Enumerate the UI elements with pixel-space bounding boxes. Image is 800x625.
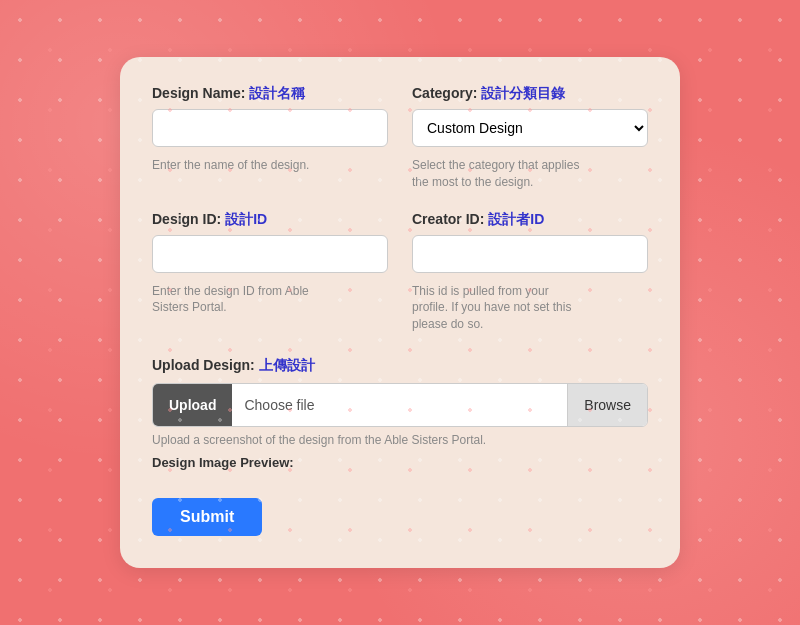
upload-description: Upload a screenshot of the design from t… bbox=[152, 433, 648, 447]
category-label-zh: 設計分類目錄 bbox=[481, 85, 565, 101]
category-label-en: Category: bbox=[412, 85, 477, 101]
file-name-display: Choose file bbox=[232, 384, 567, 426]
design-name-label-en: Design Name: bbox=[152, 85, 245, 101]
design-id-desc-2: Sisters Portal. bbox=[152, 300, 227, 314]
upload-button[interactable]: Upload bbox=[153, 384, 232, 426]
design-id-group: Design ID: 設計ID Enter the design ID from… bbox=[152, 211, 388, 333]
browse-button[interactable]: Browse bbox=[567, 384, 647, 426]
file-input-row: Upload Choose file Browse bbox=[152, 383, 648, 427]
creator-id-desc-1: This id is pulled from your bbox=[412, 284, 549, 298]
category-desc-line2: the most to the design. bbox=[412, 175, 533, 189]
design-name-label: Design Name: 設計名稱 bbox=[152, 85, 388, 103]
design-id-label-zh: 設計ID bbox=[225, 211, 267, 227]
form-grid: Design Name: 設計名稱 Enter the name of the … bbox=[152, 85, 648, 536]
creator-id-input[interactable] bbox=[412, 235, 648, 273]
creator-id-description: This id is pulled from your profile. If … bbox=[412, 283, 648, 333]
submit-button[interactable]: Submit bbox=[152, 498, 262, 536]
upload-section: Upload Design: 上傳設計 Upload Choose file B… bbox=[152, 357, 648, 470]
design-name-label-zh: 設計名稱 bbox=[249, 85, 305, 101]
category-label: Category: 設計分類目錄 bbox=[412, 85, 648, 103]
category-description: Select the category that applies the mos… bbox=[412, 157, 648, 191]
design-id-desc-1: Enter the design ID from Able bbox=[152, 284, 309, 298]
design-id-label-en: Design ID: bbox=[152, 211, 221, 227]
submit-row: Submit bbox=[152, 498, 648, 536]
design-id-input[interactable] bbox=[152, 235, 388, 273]
category-desc-line1: Select the category that applies bbox=[412, 158, 579, 172]
category-group: Category: 設計分類目錄 Custom Design Pro Desig… bbox=[412, 85, 648, 191]
creator-id-desc-2: profile. If you have not set this bbox=[412, 300, 571, 314]
design-name-group: Design Name: 設計名稱 Enter the name of the … bbox=[152, 85, 388, 191]
creator-id-group: Creator ID: 設計者ID This id is pulled from… bbox=[412, 211, 648, 333]
design-id-label: Design ID: 設計ID bbox=[152, 211, 388, 229]
design-id-description: Enter the design ID from Able Sisters Po… bbox=[152, 283, 388, 317]
preview-label: Design Image Preview: bbox=[152, 455, 648, 470]
upload-label-en: Upload Design: bbox=[152, 357, 255, 373]
creator-id-desc-3: please do so. bbox=[412, 317, 483, 331]
form-card: Design Name: 設計名稱 Enter the name of the … bbox=[120, 57, 680, 568]
category-select[interactable]: Custom Design Pro Design Simple Design bbox=[412, 109, 648, 147]
creator-id-label: Creator ID: 設計者ID bbox=[412, 211, 648, 229]
upload-label-zh: 上傳設計 bbox=[259, 357, 315, 373]
upload-label-row: Upload Design: 上傳設計 bbox=[152, 357, 648, 375]
creator-id-label-zh: 設計者ID bbox=[488, 211, 544, 227]
design-name-description: Enter the name of the design. bbox=[152, 157, 388, 174]
design-name-input[interactable] bbox=[152, 109, 388, 147]
creator-id-label-en: Creator ID: bbox=[412, 211, 484, 227]
